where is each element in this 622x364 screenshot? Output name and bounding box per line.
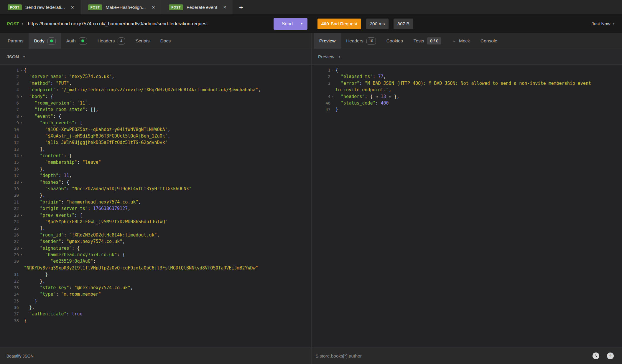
body-mode-caret-icon[interactable]: ▾: [23, 55, 25, 58]
fold-toggle-icon[interactable]: ▾: [19, 113, 24, 120]
code-line[interactable]: 28▾ "signatures": {: [0, 245, 311, 252]
fold-toggle-icon[interactable]: ▾: [19, 120, 24, 126]
new-tab-button[interactable]: +: [233, 0, 249, 14]
code-line[interactable]: 8▾ "event": {: [0, 113, 311, 120]
code-line[interactable]: 19 "sha256": "Nnc1ZD7adad/atDj919gBI4vfL…: [0, 186, 311, 192]
request-tab-body[interactable]: Body: [29, 33, 61, 49]
code-line[interactable]: 35 }: [0, 298, 311, 304]
code-line[interactable]: 15 "membership": "leave": [0, 159, 311, 166]
code-line[interactable]: "NRKYDy8v+qS9xpR3y2I9l1flVHpUlp2zOvQ+cgF…: [0, 265, 311, 271]
jsonpath-filter-input[interactable]: [316, 353, 585, 359]
code-line[interactable]: 33 "state_key": "@nex:nexy7574.co.uk",: [0, 284, 311, 291]
fold-toggle-icon[interactable]: ▾: [330, 67, 335, 73]
request-tab-auth[interactable]: Auth: [61, 33, 92, 49]
method-caret-icon[interactable]: ▾: [22, 22, 23, 25]
help-icon[interactable]: ?: [607, 353, 614, 359]
code-line[interactable]: 24 "$odSYp6cxGBLX1FGwL_jvSM97txDzWUH86SG…: [0, 219, 311, 225]
code-line[interactable]: 22 "origin_server_ts": 1766386379127,: [0, 205, 311, 212]
request-tab-params[interactable]: Params: [2, 33, 29, 49]
code-text: ],: [24, 225, 45, 231]
code-line[interactable]: 34 "type": "m.room.member": [0, 291, 311, 297]
code-line[interactable]: 13 ],: [0, 146, 311, 153]
request-body-editor[interactable]: 1▾{2 "server_name": "nexy7574.co.uk",3 "…: [0, 65, 311, 348]
code-line[interactable]: 30 "ed25519:QqJAuQ":: [0, 258, 311, 264]
code-line[interactable]: 3 "method": "PUT",: [0, 80, 311, 87]
code-line[interactable]: 11 "$XuAstr_j-eH9diSqF8J6T3FGDUct5lOqXjB…: [0, 133, 311, 139]
fold-toggle-icon[interactable]: ▾: [19, 93, 24, 100]
response-tab-preview[interactable]: Preview: [314, 33, 341, 49]
token-s: "!XRqZN3zQD2dtHc8I4k:timedout.uk": [69, 232, 157, 238]
code-line[interactable]: 9▾ "auth_events": [: [0, 120, 311, 126]
code-line[interactable]: 23▾ "prev_events": [: [0, 212, 311, 219]
code-line[interactable]: 6 "room_version": "11",: [0, 100, 311, 106]
close-tab-icon[interactable]: ✕: [152, 5, 155, 10]
code-line[interactable]: 4 "endpoint": "/_matrix/federation/v2/in…: [0, 87, 311, 93]
token-k: "authenticate": [29, 311, 66, 317]
request-footer: Beautify JSON: [0, 348, 311, 364]
code-text: "elapsed_ms": 77,: [335, 73, 386, 80]
fold-toggle-icon[interactable]: ▾: [19, 67, 24, 73]
code-line[interactable]: 21 "origin": "hammerhead.nexy7574.co.uk"…: [0, 199, 311, 205]
response-tab-headers[interactable]: Headers10: [341, 33, 381, 49]
code-text: "body": {: [24, 93, 53, 100]
beautify-json-button[interactable]: Beautify JSON: [0, 354, 34, 358]
code-line[interactable]: 16 },: [0, 166, 311, 172]
gutter-spacer: [19, 133, 24, 139]
request-tab-docs[interactable]: Docs: [155, 33, 176, 49]
code-line[interactable]: 27 "sender": "@nex:nexy7574.co.uk",: [0, 238, 311, 245]
gutter-spacer: [19, 298, 24, 304]
request-tab-2[interactable]: POSTMake+Hash+Sign...✕: [80, 0, 161, 14]
code-line[interactable]: 31 }: [0, 271, 311, 278]
code-line[interactable]: 36 },: [0, 304, 311, 311]
code-line[interactable]: 18▾ "hashes": {: [0, 179, 311, 186]
fold-toggle-icon[interactable]: ▾: [19, 245, 24, 252]
request-tab-headers[interactable]: Headers4: [92, 33, 131, 49]
code-line[interactable]: 32 },: [0, 278, 311, 284]
send-button-label[interactable]: Send: [274, 21, 298, 27]
code-text: "membership": "leave": [24, 159, 101, 166]
code-line[interactable]: 37 "authenticate": true: [0, 311, 311, 317]
url-input[interactable]: [28, 21, 273, 27]
fold-toggle-icon[interactable]: ▸: [330, 93, 335, 100]
send-options-caret-icon[interactable]: ▾: [298, 22, 307, 25]
fold-toggle-icon[interactable]: ▾: [19, 252, 24, 258]
method-selector[interactable]: POST: [7, 21, 19, 26]
code-line[interactable]: 14▾ "content": {: [0, 153, 311, 159]
clock-icon[interactable]: [593, 353, 599, 359]
preview-mode-caret-icon[interactable]: ▾: [339, 55, 340, 58]
close-tab-icon[interactable]: ✕: [223, 5, 227, 10]
code-line[interactable]: 2 "server_name": "nexy7574.co.uk",: [0, 73, 311, 80]
code-line[interactable]: 17 "depth": 11,: [0, 172, 311, 179]
code-line[interactable]: 1▾{: [0, 67, 311, 73]
response-tab-mock[interactable]: →Mock: [447, 33, 475, 49]
send-button[interactable]: Send ▾: [274, 18, 307, 30]
close-tab-icon[interactable]: ✕: [71, 5, 74, 10]
code-line[interactable]: 12 "$11x_JW1n9UjggjhekD35aEfFzOdz51tTS-G…: [0, 139, 311, 146]
response-tab-tests[interactable]: Tests0 / 0: [408, 33, 447, 49]
response-tab-console[interactable]: Console: [475, 33, 503, 49]
request-tab-1[interactable]: POSTSend raw federati...✕: [0, 0, 80, 14]
request-tab-scripts[interactable]: Scripts: [130, 33, 155, 49]
fold-toggle-icon[interactable]: ▾: [19, 212, 24, 219]
history-caret-icon[interactable]: ▾: [613, 22, 614, 25]
response-tab-cookies[interactable]: Cookies: [381, 33, 408, 49]
code-line[interactable]: 38}: [0, 317, 311, 324]
fold-toggle-icon[interactable]: ▾: [19, 179, 24, 186]
code-line[interactable]: 20 },: [0, 192, 311, 198]
body-mode-select[interactable]: JSON: [6, 54, 19, 59]
response-history-dropdown[interactable]: Just Now ▾: [592, 21, 614, 27]
response-footer: ?: [312, 348, 622, 364]
code-line[interactable]: 29▾ "hammerhead.nexy7574.co.uk": {: [0, 252, 311, 258]
code-text: to invite endpoint.",: [335, 87, 391, 93]
preview-mode-select[interactable]: Preview: [318, 54, 334, 59]
request-tab-3[interactable]: POSTFederate event✕: [161, 0, 233, 14]
code-line[interactable]: 5▾ "body": {: [0, 93, 311, 100]
token-p: ],: [40, 226, 45, 231]
response-history-label[interactable]: Just Now: [592, 21, 611, 27]
code-line[interactable]: 7 "invite_room_state": [],: [0, 106, 311, 113]
code-line[interactable]: 10 "$1OC-XnwPEOZ5bz--qUahdbz-y04lfWdV8gN…: [0, 126, 311, 133]
fold-toggle-icon[interactable]: ▾: [19, 153, 24, 159]
code-line[interactable]: 26 "room_id": "!XRqZN3zQD2dtHc8I4k:timed…: [0, 232, 311, 238]
gutter-spacer: [19, 317, 24, 324]
code-line[interactable]: 25 ],: [0, 225, 311, 231]
